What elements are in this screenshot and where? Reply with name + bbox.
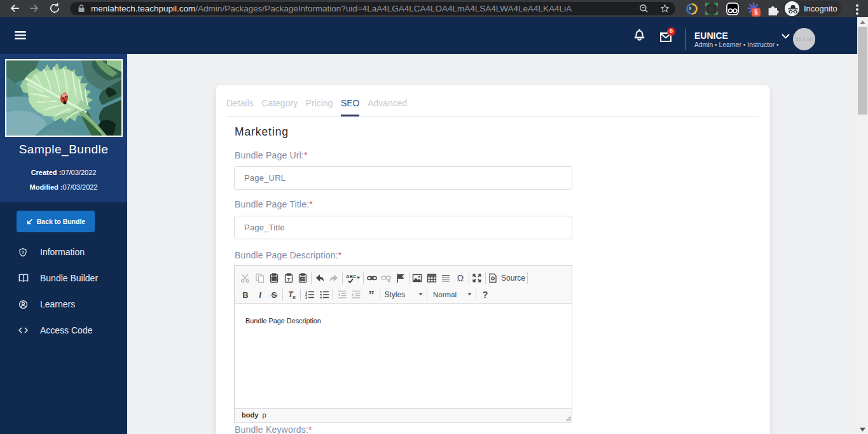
svg-text:T: T — [289, 290, 294, 299]
svg-text:T: T — [287, 276, 290, 282]
svg-text:ABC: ABC — [346, 274, 356, 279]
svg-text:3: 3 — [305, 295, 307, 299]
svg-text:Ω: Ω — [457, 273, 464, 283]
svg-text:I: I — [259, 290, 261, 299]
svg-text:B: B — [243, 290, 249, 299]
svg-text:”: ” — [368, 290, 375, 300]
svg-text:S: S — [272, 290, 277, 299]
svg-text:?: ? — [22, 249, 24, 254]
svg-text:?: ? — [482, 290, 488, 300]
